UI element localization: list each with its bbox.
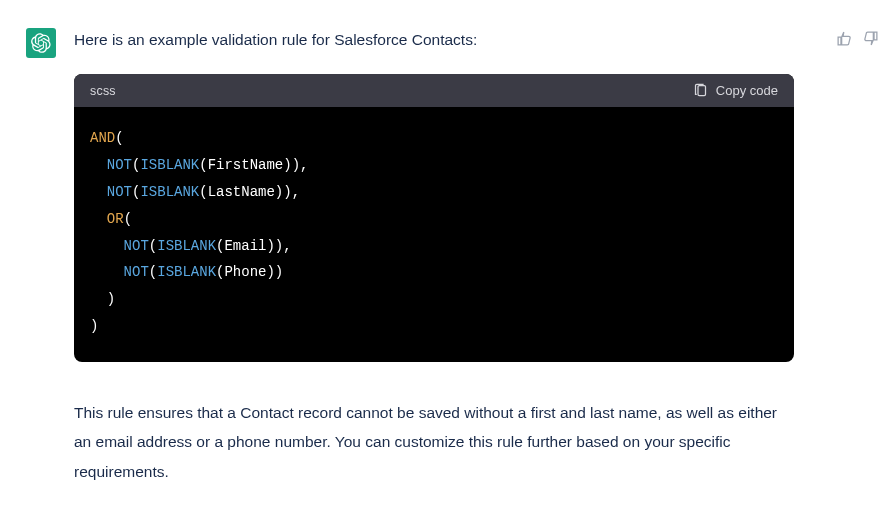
code-header: scss Copy code (74, 74, 794, 107)
thumbs-down-button[interactable] (860, 28, 880, 48)
openai-logo-icon (31, 33, 51, 53)
code-content[interactable]: AND( NOT(ISBLANK(FirstName)), NOT(ISBLAN… (74, 107, 794, 362)
thumbs-up-icon (836, 30, 853, 47)
code-block: scss Copy code AND( NOT(ISBLANK(FirstNam… (74, 74, 794, 362)
thumbs-down-icon (862, 30, 879, 47)
copy-code-button[interactable]: Copy code (693, 83, 778, 98)
intro-text: Here is an example validation rule for S… (74, 28, 794, 52)
copy-code-label: Copy code (716, 83, 778, 98)
thumbs-up-button[interactable] (834, 28, 854, 48)
message-content: Here is an example validation rule for S… (74, 28, 794, 486)
clipboard-icon (693, 83, 708, 98)
svg-rect-0 (698, 86, 706, 96)
feedback-buttons (834, 28, 880, 48)
assistant-avatar (26, 28, 56, 58)
explanation-text: This rule ensures that a Contact record … (74, 398, 794, 486)
code-language-label: scss (90, 84, 116, 98)
